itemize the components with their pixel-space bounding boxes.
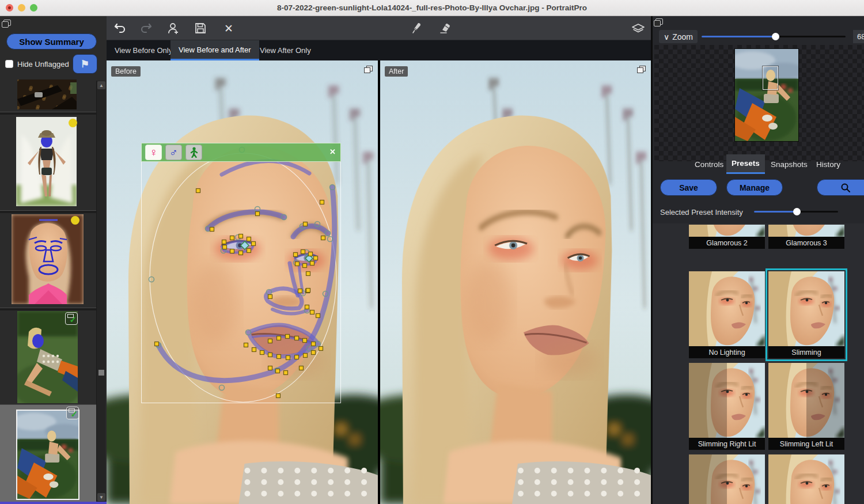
- eraser-tool-button[interactable]: [434, 19, 454, 37]
- preset-label: Glamorous 2: [689, 237, 765, 249]
- gender-selector-bar: ♀ ♂ ✕: [141, 143, 341, 162]
- tab-view-before-and-after[interactable]: View Before and After: [170, 40, 259, 60]
- controls-panel: ∨ Zoom 68 Controls Presets Snapshots His…: [651, 16, 864, 504]
- preset-label: Slimming Left Lit: [768, 438, 844, 450]
- tab-history[interactable]: History: [811, 154, 846, 174]
- gender-female-button[interactable]: ♀: [145, 145, 162, 160]
- saved-badge: ✓: [66, 407, 79, 419]
- preset-intensity-fill: [754, 211, 797, 213]
- layers-icon[interactable]: [628, 19, 648, 37]
- add-face-button[interactable]: [164, 19, 183, 37]
- filmstrip-sidebar: Show Summary Hide Unflagged ⚑: [0, 16, 107, 504]
- preset-glamorous-3[interactable]: Glamorous 3: [768, 225, 844, 249]
- tab-view-after-only[interactable]: View After Only: [252, 40, 319, 60]
- chevron-down-icon: ∨: [664, 32, 669, 41]
- zoom-slider-fill: [702, 36, 775, 37]
- saved-badge: ✓: [65, 312, 78, 325]
- scroll-down-button[interactable]: ▼: [97, 493, 105, 501]
- navigator-thumbnail[interactable]: [735, 49, 798, 141]
- preset-grid: Glamorous 2 Glamorous 3: [653, 223, 864, 504]
- titlebar: 8-07-2022-green-sunlight-Lola14024-_full…: [0, 0, 864, 16]
- preset-no-lighting[interactable]: No Lighting: [689, 271, 765, 358]
- sidebar-accent-strip: [0, 502, 107, 504]
- preset-label: No Lighting: [689, 346, 765, 358]
- preset-slimming-right-lit[interactable]: Slimming Right Lit: [689, 363, 765, 450]
- preset-intensity-label: Selected Preset Intensity: [660, 208, 743, 217]
- collapse-panel-icon[interactable]: [655, 18, 663, 25]
- portraitpro-window: 8-07-2022-green-sunlight-Lola14024-_full…: [0, 0, 864, 504]
- flagged-badge: [69, 119, 77, 127]
- save-preset-button[interactable]: Save: [660, 179, 717, 196]
- scroll-up-button[interactable]: ▲: [97, 81, 105, 89]
- search-icon: [840, 183, 851, 193]
- traffic-lights: [6, 4, 37, 12]
- minimize-window-button[interactable]: [18, 4, 25, 12]
- photo-thumbnail-2[interactable]: [16, 117, 77, 206]
- gender-child-button[interactable]: [185, 145, 202, 160]
- flag-icon: ⚑: [81, 58, 89, 70]
- scrollbar-thumb[interactable]: [98, 370, 104, 376]
- preset-glamorous-2[interactable]: Glamorous 2: [689, 225, 765, 249]
- search-presets-button[interactable]: [817, 179, 864, 196]
- navigator-viewport-rect[interactable]: [763, 66, 778, 90]
- preset-label: Glamorous 3: [768, 237, 844, 249]
- brush-tool-button[interactable]: [407, 19, 426, 37]
- tab-view-before-only[interactable]: View Before Only: [107, 40, 180, 60]
- close-session-button[interactable]: ✕: [219, 19, 238, 37]
- redo-button[interactable]: [137, 19, 156, 37]
- gender-male-button[interactable]: ♂: [165, 145, 182, 160]
- view-tab-bar: View Before Only View Before and After V…: [107, 40, 651, 60]
- close-window-button[interactable]: [6, 4, 13, 12]
- hide-unflagged-label: Hide Unflagged: [17, 60, 69, 69]
- image-compare-area: ♀ ♂ ✕ Before: [107, 60, 651, 504]
- preset-row4-left[interactable]: [689, 454, 765, 504]
- zoom-section-header[interactable]: ∨ Zoom: [659, 30, 698, 43]
- selected-preset-outline: [766, 268, 847, 361]
- zoom-value: 68: [853, 30, 864, 43]
- detach-after-view-icon[interactable]: [637, 66, 646, 74]
- before-label: Before: [111, 66, 141, 77]
- manage-presets-button[interactable]: Manage: [726, 179, 783, 196]
- collapse-panel-icon[interactable]: [3, 20, 11, 26]
- main-area: ✕ View Before Only View Before and After…: [107, 16, 651, 504]
- zoom-slider-knob[interactable]: [772, 33, 779, 40]
- sidebar-scrollbar[interactable]: ▲ ▼: [96, 81, 105, 502]
- preset-row4-right[interactable]: [768, 454, 844, 504]
- main-toolbar: ✕: [107, 16, 651, 40]
- photo-thumbnail-1[interactable]: [17, 79, 77, 109]
- tab-snapshots[interactable]: Snapshots: [766, 154, 813, 174]
- after-label: After: [385, 66, 408, 77]
- face-selection-frame[interactable]: [141, 143, 341, 403]
- after-image-panel[interactable]: After: [380, 60, 651, 504]
- undo-button[interactable]: [110, 19, 130, 37]
- preset-label: Slimming Right Lit: [689, 438, 765, 450]
- photo-thumbnail-3[interactable]: [12, 214, 84, 304]
- divider: [0, 112, 96, 115]
- navigator[interactable]: [654, 45, 864, 161]
- show-summary-button[interactable]: Show Summary: [6, 33, 97, 50]
- window-title: 8-07-2022-green-sunlight-Lola14024-_full…: [277, 3, 587, 12]
- divider: [0, 308, 96, 310]
- photo-thumbnail-5-selected[interactable]: [16, 410, 79, 500]
- flag-button[interactable]: ⚑: [73, 54, 97, 74]
- tab-presets[interactable]: Presets: [726, 154, 765, 174]
- hide-unflagged-checkbox[interactable]: [5, 60, 13, 68]
- zoom-label: Zoom: [672, 32, 693, 41]
- before-image-panel[interactable]: ♀ ♂ ✕ Before: [107, 60, 378, 504]
- photo-thumbnail-4[interactable]: [17, 311, 78, 403]
- gender-bar-close-icon[interactable]: ✕: [329, 147, 336, 156]
- divider: [0, 210, 96, 213]
- detach-before-view-icon[interactable]: [364, 66, 373, 74]
- save-session-button[interactable]: [191, 19, 210, 37]
- selected-thumbnail-cell[interactable]: ✓: [0, 405, 96, 504]
- tab-controls[interactable]: Controls: [689, 154, 729, 174]
- flagged-badge: [71, 216, 79, 225]
- preset-slimming-left-lit[interactable]: Slimming Left Lit: [768, 363, 844, 450]
- zoom-window-button[interactable]: [30, 4, 37, 12]
- preset-intensity-knob[interactable]: [793, 208, 801, 215]
